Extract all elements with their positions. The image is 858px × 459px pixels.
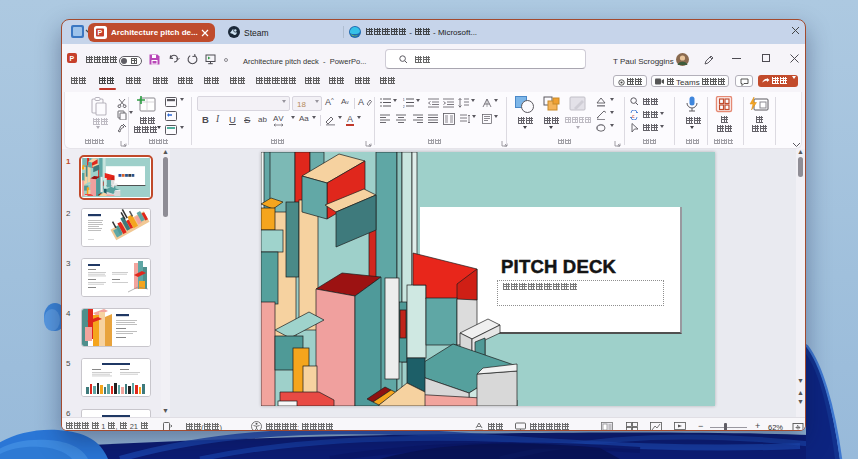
svg-text:c: c [632, 113, 635, 119]
svg-text:P: P [70, 55, 75, 62]
svg-text:P: P [98, 29, 103, 36]
svg-text:1: 1 [403, 98, 406, 102]
svg-text:2: 2 [403, 104, 406, 108]
